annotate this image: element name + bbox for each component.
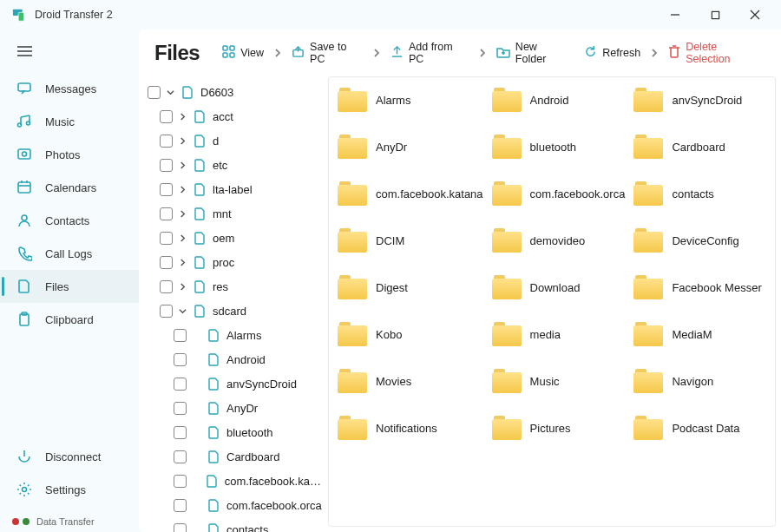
folder-item[interactable]: DCIM	[338, 228, 487, 253]
maximize-button[interactable]	[696, 3, 734, 27]
folder-item[interactable]: MediaM	[633, 322, 766, 346]
checkbox[interactable]	[174, 329, 187, 342]
folder-label: Music	[530, 375, 563, 388]
checkbox[interactable]	[160, 135, 173, 148]
folder-item[interactable]: Digest	[338, 275, 487, 299]
save-button[interactable]: Save to PC	[288, 36, 366, 70]
tree-item-mnt[interactable]: mnt	[144, 201, 323, 226]
folder-item[interactable]: Notifications	[338, 416, 487, 440]
expand-icon[interactable]	[178, 234, 187, 242]
folder-label: Android	[530, 94, 573, 107]
folder-item[interactable]: Android	[492, 88, 629, 112]
folder-grid[interactable]: Alarms Android anvSyncDroid AnyDr blueto…	[329, 77, 775, 526]
tree-item-com-facebook-katana[interactable]: com.facebook.katana	[144, 469, 323, 493]
folder-item[interactable]: Cardboard	[633, 135, 766, 159]
refresh-button[interactable]: Refresh	[581, 40, 644, 66]
folder-item[interactable]: Pictures	[492, 416, 629, 440]
folder-item[interactable]: DeviceConfig	[633, 228, 766, 253]
sidebar-item-photos[interactable]: Photos	[0, 138, 139, 171]
folder-label: Alarms	[376, 94, 414, 107]
tree-item-oem[interactable]: oem	[144, 226, 323, 250]
sidebar-item-messages[interactable]: Messages	[0, 72, 139, 105]
sidebar-item-clipboard[interactable]: Clipboard	[0, 303, 139, 336]
tree-item-contacts[interactable]: contacts	[144, 517, 323, 532]
expand-icon[interactable]	[178, 210, 187, 218]
checkbox[interactable]	[160, 256, 173, 269]
folder-item[interactable]: anvSyncDroid	[633, 88, 766, 112]
sidebar-item-settings[interactable]: Settings	[0, 473, 139, 506]
tree-item-Cardboard[interactable]: Cardboard	[144, 444, 323, 469]
add-button[interactable]: Add from PC	[387, 36, 472, 70]
checkbox[interactable]	[174, 523, 187, 533]
folder-item[interactable]: Music	[492, 369, 629, 393]
folder-item[interactable]: Navigon	[633, 369, 766, 393]
expand-icon[interactable]	[178, 186, 187, 194]
new-folder-button[interactable]: New Folder	[493, 36, 572, 70]
tree-item-res[interactable]: res	[144, 274, 323, 299]
expand-icon[interactable]	[178, 137, 187, 145]
tree-item-anvSyncDroid[interactable]: anvSyncDroid	[144, 371, 323, 396]
sidebar-item-call logs[interactable]: Call Logs	[0, 237, 139, 270]
minimize-button[interactable]	[656, 3, 694, 27]
folder-item[interactable]: AnyDr	[338, 135, 487, 159]
folder-item[interactable]: Facebook Messer	[633, 275, 766, 299]
tree-item-etc[interactable]: etc	[144, 153, 323, 177]
folder-item[interactable]: bluetooth	[492, 135, 629, 159]
folder-icon	[633, 228, 663, 253]
checkbox[interactable]	[174, 378, 187, 391]
checkbox[interactable]	[174, 402, 187, 415]
folder-item[interactable]: demovideo	[492, 228, 629, 253]
tree-item-d[interactable]: d	[144, 128, 323, 153]
folder-item[interactable]: Movies	[338, 369, 487, 393]
delete-button[interactable]: Delete Selection	[665, 36, 765, 70]
sidebar-item-music[interactable]: Music	[0, 105, 139, 138]
tree-item-AnyDr[interactable]: AnyDr	[144, 396, 323, 420]
tree-item-label: AnyDr	[226, 402, 258, 415]
expand-icon[interactable]	[178, 259, 187, 266]
expand-icon[interactable]	[178, 307, 187, 315]
checkbox[interactable]	[160, 110, 173, 123]
sidebar-item-files[interactable]: Files	[0, 270, 139, 303]
checkbox[interactable]	[174, 499, 187, 512]
folder-item[interactable]: com.facebook.orca	[492, 181, 629, 206]
tree-item-proc[interactable]: proc	[144, 250, 323, 274]
checkbox[interactable]	[174, 475, 187, 488]
checkbox[interactable]	[174, 450, 187, 463]
expand-icon[interactable]	[166, 89, 174, 96]
tree-item-bluetooth[interactable]: bluetooth	[144, 420, 323, 444]
tree-item-com-facebook-orca[interactable]: com.facebook.orca	[144, 493, 323, 517]
expand-icon[interactable]	[178, 161, 187, 169]
tree-item-Alarms[interactable]: Alarms	[144, 323, 323, 347]
checkbox[interactable]	[160, 280, 173, 293]
sidebar-item-calendars[interactable]: Calendars	[0, 171, 139, 204]
tree-item-sdcard[interactable]: sdcard	[144, 299, 323, 323]
checkbox[interactable]	[148, 86, 161, 99]
expand-icon[interactable]	[178, 113, 187, 121]
expand-icon[interactable]	[178, 283, 187, 291]
folder-item[interactable]: Kobo	[338, 322, 487, 346]
checkbox[interactable]	[160, 207, 173, 220]
checkbox[interactable]	[160, 183, 173, 196]
folder-item[interactable]: Download	[492, 275, 629, 299]
close-button[interactable]	[736, 3, 774, 27]
tree-item-lta-label[interactable]: lta-label	[144, 177, 323, 201]
checkbox[interactable]	[174, 353, 187, 366]
checkbox[interactable]	[160, 305, 173, 318]
sidebar-item-contacts[interactable]: Contacts	[0, 204, 139, 237]
folder-item[interactable]: Podcast Data	[633, 416, 766, 440]
folder-item[interactable]: contacts	[633, 181, 766, 206]
folder-item[interactable]: com.facebook.katana	[338, 181, 487, 206]
tree-item-root[interactable]: D6603	[144, 80, 323, 104]
folder-icon	[338, 322, 367, 346]
tree-item-Android[interactable]: Android	[144, 347, 323, 371]
tree-item-acct[interactable]: acct	[144, 104, 323, 128]
folder-item[interactable]: media	[492, 322, 629, 346]
folder-tree[interactable]: D6603 acct d etc lta-label mnt oem proc	[142, 76, 325, 532]
folder-item[interactable]: Alarms	[338, 88, 487, 112]
checkbox[interactable]	[174, 426, 187, 439]
sidebar-item-disconnect[interactable]: Disconnect	[0, 440, 139, 473]
checkbox[interactable]	[160, 159, 173, 172]
checkbox[interactable]	[160, 232, 173, 245]
view-button[interactable]: View	[219, 40, 267, 66]
menu-toggle[interactable]	[0, 42, 139, 72]
